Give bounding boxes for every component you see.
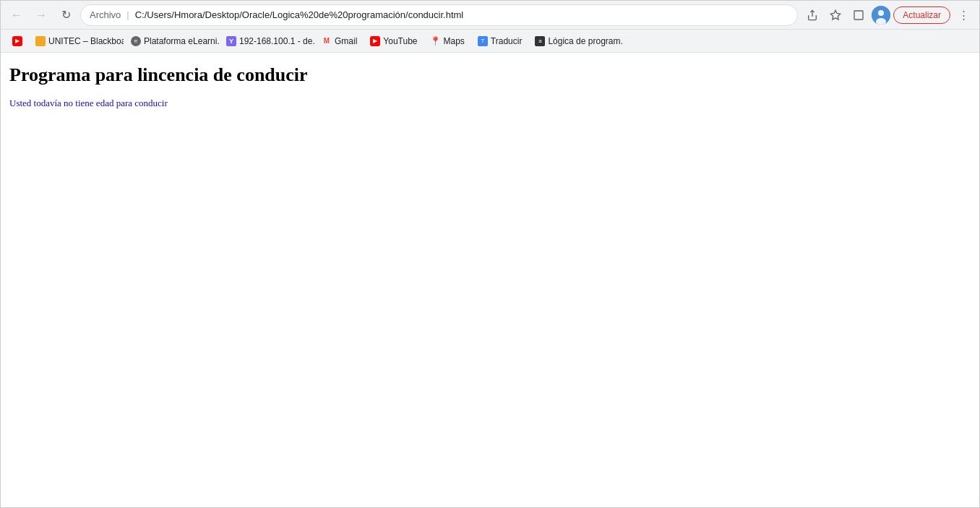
svg-rect-2 (854, 11, 863, 20)
svg-marker-1 (831, 10, 841, 20)
reload-button[interactable]: ↻ (56, 5, 76, 25)
share-button[interactable] (802, 5, 822, 25)
bookmark-label-logica: Lógica de program... (548, 36, 623, 46)
page-content: Programa para lincencia de conducir Uste… (1, 53, 979, 507)
profile-avatar[interactable] (872, 6, 890, 25)
svg-point-4 (878, 10, 884, 16)
bookmark-label-gmail: Gmail (335, 36, 357, 46)
bookmark-label-traducir: Traducir (491, 36, 523, 46)
bookmark-label-maps: Maps (444, 36, 465, 46)
forward-button[interactable]: → (31, 5, 51, 25)
bookmark-item-youtube[interactable]: ▶ YouTube (364, 34, 423, 48)
address-protocol: Archivo (90, 9, 121, 20)
maps-favicon-icon: 📍 (431, 36, 441, 46)
address-separator: | (126, 9, 129, 20)
back-button[interactable]: ← (7, 5, 27, 25)
unitec-favicon-icon (35, 36, 46, 46)
bookmark-item-maps[interactable]: 📍 Maps (425, 34, 470, 48)
bookmark-item-logica[interactable]: a Lógica de program... (529, 34, 623, 48)
bookmark-item-ip[interactable]: Y 192-168.100.1 - de... (220, 34, 314, 48)
bookmark-star-button[interactable] (825, 5, 846, 25)
bookmark-item-yt1[interactable]: ▶ (7, 34, 28, 48)
address-bar[interactable]: Archivo | C:/Users/Hmora/Desktop/Oracle/… (80, 4, 798, 26)
page-body-text: Usted todavía no tiene edad para conduci… (9, 98, 971, 109)
address-path: C:/Users/Hmora/Desktop/Oracle/Logica%20d… (135, 9, 464, 20)
page-heading: Programa para lincencia de conducir (9, 64, 971, 86)
youtube-bm-favicon-icon: ▶ (370, 36, 380, 46)
bookmark-item-gmail[interactable]: M Gmail (316, 34, 363, 48)
nav-bar: ← → ↻ Archivo | C:/Users/Hmora/Desktop/O… (1, 1, 979, 30)
bookmark-label-plataforma: Plataforma eLearni... (144, 36, 219, 46)
bookmark-label-unitec: UNITEC – Blackboar... (48, 36, 124, 46)
traducir-favicon-icon: T (478, 36, 488, 46)
window-button[interactable] (848, 5, 869, 25)
bookmarks-bar: ▶ UNITEC – Blackboar... e Plataforma eLe… (1, 30, 979, 53)
bookmark-item-plataforma[interactable]: e Plataforma eLearni... (125, 34, 219, 48)
youtube-favicon-icon: ▶ (12, 36, 22, 46)
logica-favicon-icon: a (535, 36, 545, 46)
ip-favicon-icon: Y (226, 36, 236, 46)
update-button[interactable]: Actualizar (893, 7, 950, 24)
nav-right-buttons: Actualizar ⋮ (802, 5, 973, 25)
gmail-favicon-icon: M (322, 36, 332, 46)
bookmark-item-traducir[interactable]: T Traducir (472, 34, 528, 48)
plataforma-favicon-icon: e (131, 36, 141, 46)
menu-button[interactable]: ⋮ (953, 5, 973, 25)
bookmark-item-unitec[interactable]: UNITEC – Blackboar... (30, 34, 124, 48)
bookmark-label-youtube: YouTube (383, 36, 417, 46)
browser-window: ← → ↻ Archivo | C:/Users/Hmora/Desktop/O… (0, 0, 980, 508)
bookmark-label-ip: 192-168.100.1 - de... (239, 36, 314, 46)
